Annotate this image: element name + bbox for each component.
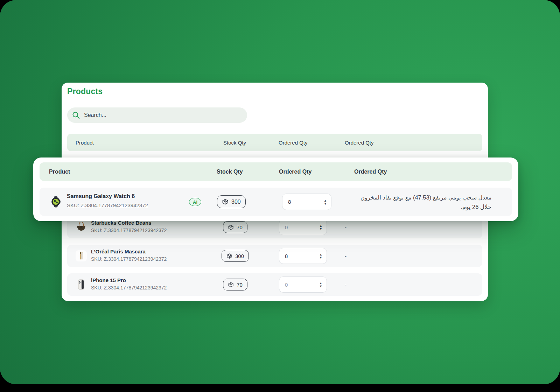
package-icon [228, 224, 234, 230]
column-header-ordered-qty-2: Ordered Qty [345, 140, 374, 146]
column-header-ordered-qty-1: Ordered Qty [279, 169, 312, 175]
app-background: Products Product Stock Qty Ordered Qty O… [0, 0, 560, 392]
stock-qty-pill: 300 [217, 195, 246, 208]
overlay-table-header: Product Stock Qty Ordered Qty Ordered Qt… [40, 162, 512, 181]
stock-qty-pill: 300 [222, 250, 249, 262]
package-icon [228, 282, 234, 288]
product-image-handbag [76, 222, 87, 233]
stock-qty-value: 300 [231, 199, 241, 205]
column-header-stock-qty: Stock Qty [217, 169, 243, 175]
product-name: Samsung Galaxy Watch 6 [67, 193, 135, 200]
product-sku: SKU: Z.3304.17787942123942372 [91, 285, 167, 290]
ordered-qty-field[interactable]: ▲▼ [279, 276, 327, 293]
stock-qty-pill: 70 [223, 279, 247, 290]
ai-insight-line2: خلال 26 يوم. [368, 202, 491, 212]
column-header-product: Product [49, 169, 70, 175]
product-sku: SKU: Z.3304.17787942123942372 [67, 202, 148, 208]
table-header: Product Stock Qty Ordered Qty Ordered Qt… [67, 134, 482, 151]
package-icon [226, 253, 232, 259]
column-header-ordered-qty-2: Ordered Qty [354, 169, 387, 175]
stock-qty-pill: 70 [223, 221, 247, 233]
product-image-iphone [76, 279, 87, 290]
stock-qty-value: 70 [237, 282, 243, 288]
product-name: L’Oréal Paris Mascara [91, 248, 146, 254]
package-icon [222, 198, 229, 205]
empty-value-dash: - [345, 282, 346, 288]
ai-insight-text: معدل سحب يومي مرتفع (47.53) مع توقع نفاد… [368, 193, 491, 212]
stepper-arrows[interactable]: ▲▼ [319, 282, 322, 288]
ai-badge: AI [189, 198, 201, 206]
search-input[interactable] [84, 112, 243, 118]
ordered-qty-field[interactable]: ▲▼ [279, 248, 327, 264]
section-divider [62, 130, 488, 130]
empty-value-dash: - [345, 253, 346, 259]
table-row: L’Oréal Paris Mascara SKU: Z.3304.177879… [67, 245, 482, 267]
stepper-arrows[interactable]: ▲▼ [324, 199, 327, 205]
ordered-qty-field[interactable]: ▲▼ [282, 194, 331, 210]
column-header-ordered-qty-1: Ordered Qty [279, 140, 308, 146]
product-sku: SKU: Z.3304.17787942123942372 [91, 227, 167, 233]
ordered-qty-field[interactable]: ▲▼ [279, 219, 327, 235]
product-name: iPhone 15 Pro [91, 277, 126, 283]
column-header-stock-qty: Stock Qty [223, 140, 246, 146]
highlight-overlay-card: Product Stock Qty Ordered Qty Ordered Qt… [33, 158, 518, 221]
page-title: Products [67, 87, 103, 96]
search-icon [71, 111, 80, 120]
stepper-arrows[interactable]: ▲▼ [319, 253, 322, 259]
column-header-product: Product [76, 140, 94, 146]
product-image-mascara [76, 250, 87, 261]
ai-insight-line1: معدل سحب يومي مرتفع (47.53) مع توقع نفاد… [368, 193, 491, 202]
search-bar[interactable] [67, 107, 247, 123]
product-sku: SKU: Z.3304.17787942123942372 [91, 256, 167, 262]
stock-qty-value: 300 [235, 253, 244, 259]
table-row: iPhone 15 Pro SKU: Z.3304.17787942123942… [67, 273, 482, 296]
table-row-highlighted: Samsung Galaxy Watch 6 SKU: Z.3304.17787… [40, 188, 512, 216]
stepper-arrows[interactable]: ▲▼ [319, 224, 322, 230]
empty-value-dash: - [345, 224, 346, 230]
product-image-smartwatch [50, 196, 62, 208]
stock-qty-value: 70 [237, 224, 243, 230]
